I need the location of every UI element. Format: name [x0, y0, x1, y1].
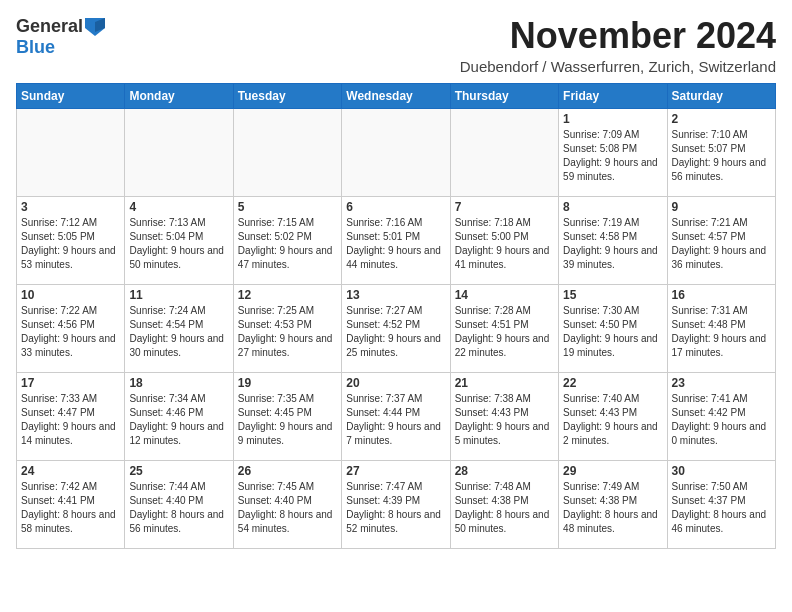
calendar-cell: 24Sunrise: 7:42 AM Sunset: 4:41 PM Dayli… [17, 460, 125, 548]
day-number: 25 [129, 464, 228, 478]
day-number: 22 [563, 376, 662, 390]
calendar-cell: 5Sunrise: 7:15 AM Sunset: 5:02 PM Daylig… [233, 196, 341, 284]
day-info: Sunrise: 7:09 AM Sunset: 5:08 PM Dayligh… [563, 128, 662, 184]
calendar-week-row: 24Sunrise: 7:42 AM Sunset: 4:41 PM Dayli… [17, 460, 776, 548]
day-info: Sunrise: 7:38 AM Sunset: 4:43 PM Dayligh… [455, 392, 554, 448]
calendar-week-row: 10Sunrise: 7:22 AM Sunset: 4:56 PM Dayli… [17, 284, 776, 372]
day-info: Sunrise: 7:21 AM Sunset: 4:57 PM Dayligh… [672, 216, 771, 272]
day-number: 11 [129, 288, 228, 302]
day-info: Sunrise: 7:34 AM Sunset: 4:46 PM Dayligh… [129, 392, 228, 448]
page-header: General Blue November 2024 Duebendorf / … [16, 16, 776, 75]
day-number: 3 [21, 200, 120, 214]
month-title: November 2024 [460, 16, 776, 56]
day-number: 21 [455, 376, 554, 390]
day-number: 27 [346, 464, 445, 478]
calendar-cell: 8Sunrise: 7:19 AM Sunset: 4:58 PM Daylig… [559, 196, 667, 284]
day-number: 30 [672, 464, 771, 478]
day-number: 26 [238, 464, 337, 478]
calendar-cell [233, 108, 341, 196]
calendar-cell: 28Sunrise: 7:48 AM Sunset: 4:38 PM Dayli… [450, 460, 558, 548]
logo-flag-icon [85, 18, 107, 36]
day-number: 4 [129, 200, 228, 214]
calendar-cell: 25Sunrise: 7:44 AM Sunset: 4:40 PM Dayli… [125, 460, 233, 548]
calendar-cell: 2Sunrise: 7:10 AM Sunset: 5:07 PM Daylig… [667, 108, 775, 196]
day-number: 14 [455, 288, 554, 302]
day-number: 5 [238, 200, 337, 214]
calendar-cell: 12Sunrise: 7:25 AM Sunset: 4:53 PM Dayli… [233, 284, 341, 372]
day-number: 7 [455, 200, 554, 214]
day-info: Sunrise: 7:30 AM Sunset: 4:50 PM Dayligh… [563, 304, 662, 360]
day-info: Sunrise: 7:41 AM Sunset: 4:42 PM Dayligh… [672, 392, 771, 448]
calendar-cell: 23Sunrise: 7:41 AM Sunset: 4:42 PM Dayli… [667, 372, 775, 460]
day-number: 8 [563, 200, 662, 214]
calendar-cell: 20Sunrise: 7:37 AM Sunset: 4:44 PM Dayli… [342, 372, 450, 460]
logo-blue-text: Blue [16, 37, 55, 58]
calendar-cell: 29Sunrise: 7:49 AM Sunset: 4:38 PM Dayli… [559, 460, 667, 548]
calendar-cell: 22Sunrise: 7:40 AM Sunset: 4:43 PM Dayli… [559, 372, 667, 460]
day-number: 29 [563, 464, 662, 478]
day-header-friday: Friday [559, 83, 667, 108]
day-info: Sunrise: 7:24 AM Sunset: 4:54 PM Dayligh… [129, 304, 228, 360]
calendar-week-row: 1Sunrise: 7:09 AM Sunset: 5:08 PM Daylig… [17, 108, 776, 196]
calendar-cell: 30Sunrise: 7:50 AM Sunset: 4:37 PM Dayli… [667, 460, 775, 548]
day-number: 24 [21, 464, 120, 478]
day-header-tuesday: Tuesday [233, 83, 341, 108]
day-header-sunday: Sunday [17, 83, 125, 108]
logo-general-text: General [16, 16, 83, 37]
day-info: Sunrise: 7:45 AM Sunset: 4:40 PM Dayligh… [238, 480, 337, 536]
day-number: 13 [346, 288, 445, 302]
calendar-cell: 26Sunrise: 7:45 AM Sunset: 4:40 PM Dayli… [233, 460, 341, 548]
day-header-wednesday: Wednesday [342, 83, 450, 108]
calendar-cell: 19Sunrise: 7:35 AM Sunset: 4:45 PM Dayli… [233, 372, 341, 460]
title-block: November 2024 Duebendorf / Wasserfurren,… [460, 16, 776, 75]
calendar-cell: 7Sunrise: 7:18 AM Sunset: 5:00 PM Daylig… [450, 196, 558, 284]
calendar-cell [342, 108, 450, 196]
day-number: 28 [455, 464, 554, 478]
day-info: Sunrise: 7:25 AM Sunset: 4:53 PM Dayligh… [238, 304, 337, 360]
calendar-cell: 6Sunrise: 7:16 AM Sunset: 5:01 PM Daylig… [342, 196, 450, 284]
day-header-saturday: Saturday [667, 83, 775, 108]
day-header-monday: Monday [125, 83, 233, 108]
day-info: Sunrise: 7:40 AM Sunset: 4:43 PM Dayligh… [563, 392, 662, 448]
day-number: 15 [563, 288, 662, 302]
day-info: Sunrise: 7:42 AM Sunset: 4:41 PM Dayligh… [21, 480, 120, 536]
calendar-cell [125, 108, 233, 196]
day-number: 23 [672, 376, 771, 390]
calendar-cell: 15Sunrise: 7:30 AM Sunset: 4:50 PM Dayli… [559, 284, 667, 372]
day-number: 18 [129, 376, 228, 390]
day-info: Sunrise: 7:13 AM Sunset: 5:04 PM Dayligh… [129, 216, 228, 272]
day-number: 17 [21, 376, 120, 390]
day-info: Sunrise: 7:48 AM Sunset: 4:38 PM Dayligh… [455, 480, 554, 536]
day-number: 20 [346, 376, 445, 390]
day-info: Sunrise: 7:16 AM Sunset: 5:01 PM Dayligh… [346, 216, 445, 272]
day-info: Sunrise: 7:37 AM Sunset: 4:44 PM Dayligh… [346, 392, 445, 448]
location-subtitle: Duebendorf / Wasserfurren, Zurich, Switz… [460, 58, 776, 75]
calendar-cell: 17Sunrise: 7:33 AM Sunset: 4:47 PM Dayli… [17, 372, 125, 460]
calendar-cell: 10Sunrise: 7:22 AM Sunset: 4:56 PM Dayli… [17, 284, 125, 372]
day-info: Sunrise: 7:12 AM Sunset: 5:05 PM Dayligh… [21, 216, 120, 272]
day-info: Sunrise: 7:19 AM Sunset: 4:58 PM Dayligh… [563, 216, 662, 272]
calendar-cell: 14Sunrise: 7:28 AM Sunset: 4:51 PM Dayli… [450, 284, 558, 372]
calendar-cell: 4Sunrise: 7:13 AM Sunset: 5:04 PM Daylig… [125, 196, 233, 284]
day-number: 9 [672, 200, 771, 214]
day-info: Sunrise: 7:15 AM Sunset: 5:02 PM Dayligh… [238, 216, 337, 272]
calendar-cell [17, 108, 125, 196]
calendar-table: SundayMondayTuesdayWednesdayThursdayFrid… [16, 83, 776, 549]
day-info: Sunrise: 7:18 AM Sunset: 5:00 PM Dayligh… [455, 216, 554, 272]
calendar-week-row: 17Sunrise: 7:33 AM Sunset: 4:47 PM Dayli… [17, 372, 776, 460]
calendar-cell: 9Sunrise: 7:21 AM Sunset: 4:57 PM Daylig… [667, 196, 775, 284]
day-number: 1 [563, 112, 662, 126]
day-info: Sunrise: 7:44 AM Sunset: 4:40 PM Dayligh… [129, 480, 228, 536]
calendar-cell: 27Sunrise: 7:47 AM Sunset: 4:39 PM Dayli… [342, 460, 450, 548]
calendar-cell: 16Sunrise: 7:31 AM Sunset: 4:48 PM Dayli… [667, 284, 775, 372]
day-info: Sunrise: 7:33 AM Sunset: 4:47 PM Dayligh… [21, 392, 120, 448]
day-number: 2 [672, 112, 771, 126]
day-info: Sunrise: 7:49 AM Sunset: 4:38 PM Dayligh… [563, 480, 662, 536]
day-number: 16 [672, 288, 771, 302]
calendar-cell: 3Sunrise: 7:12 AM Sunset: 5:05 PM Daylig… [17, 196, 125, 284]
day-number: 19 [238, 376, 337, 390]
day-number: 6 [346, 200, 445, 214]
day-info: Sunrise: 7:35 AM Sunset: 4:45 PM Dayligh… [238, 392, 337, 448]
day-info: Sunrise: 7:22 AM Sunset: 4:56 PM Dayligh… [21, 304, 120, 360]
calendar-week-row: 3Sunrise: 7:12 AM Sunset: 5:05 PM Daylig… [17, 196, 776, 284]
